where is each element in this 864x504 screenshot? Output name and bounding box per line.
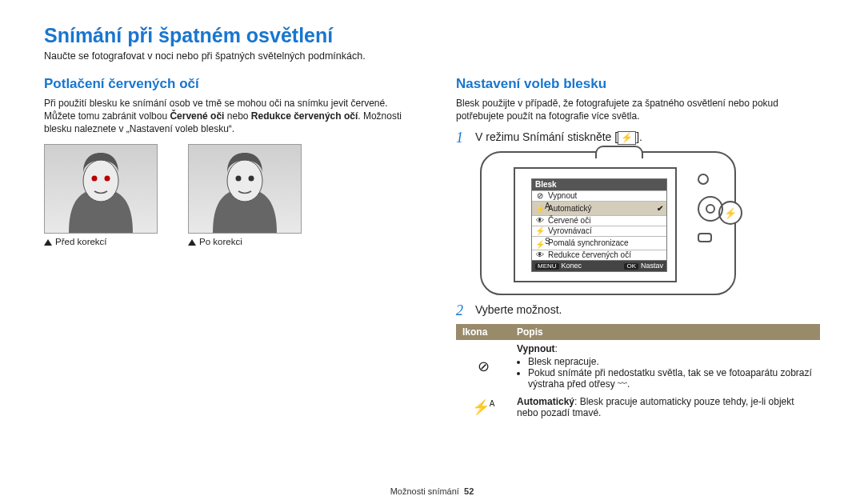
menu-item: ⚡SPomalá synchronizace	[532, 236, 666, 250]
row-desc: Vypnout:Blesk nepracuje.Pokud snímáte př…	[510, 340, 820, 393]
menu-item: 👁Redukce červených očí	[532, 250, 666, 260]
page-title: Snímání při špatném osvětlení	[44, 24, 820, 47]
face-after-image	[188, 144, 302, 234]
menu-item: ⚡AAutomatický✔	[532, 201, 666, 214]
face-before-image	[44, 144, 158, 234]
step-number: 2	[456, 303, 467, 318]
camera-side-buttons	[698, 174, 723, 242]
right-section-heading: Nastavení voleb blesku	[456, 76, 820, 92]
table-row: ⊘Vypnout:Blesk nepracuje.Pokud snímáte p…	[456, 340, 820, 393]
left-body-mid: nebo	[224, 110, 250, 122]
row-desc: Automatický: Blesk pracuje automaticky p…	[510, 393, 820, 422]
left-bold-2: Redukce červených očí	[251, 110, 358, 122]
menu-footer-left: Konec	[562, 262, 582, 270]
face-after-block: Po korekci	[188, 144, 300, 246]
left-section-body: Při použití blesku ke snímání osob ve tm…	[44, 97, 408, 136]
svg-point-4	[236, 175, 242, 181]
menu-title: Blesk	[532, 179, 666, 190]
face-after-caption: Po korekci	[188, 237, 300, 246]
row-icon: ⚡A	[456, 393, 510, 422]
intro-text: Naučte se fotografovat v noci nebo při š…	[44, 50, 820, 62]
camera-illustration: ⚡ Blesk ⊘Vypnout⚡AAutomatický✔👁Červené o…	[480, 151, 820, 295]
right-section-body: Blesk použijte v případě, že fotografuje…	[456, 97, 820, 122]
row-icon: ⊘	[456, 340, 510, 393]
menu-item: ⚡Vyrovnávací	[532, 226, 666, 236]
step-number: 1	[456, 130, 467, 145]
camera-screen: Blesk ⊘Vypnout⚡AAutomatický✔👁Červené oči…	[514, 167, 677, 282]
step-1: 1 V režimu Snímání stiskněte [⚡].	[456, 130, 820, 145]
svg-point-1	[92, 175, 98, 181]
triangle-icon	[44, 239, 52, 246]
menu-btn-left: MENU	[535, 263, 559, 270]
th-icon: Ikona	[456, 324, 510, 340]
menu-item: 👁Červené oči	[532, 215, 666, 226]
flash-icon: ⚡	[618, 131, 636, 144]
right-column: Nastavení voleb blesku Blesk použijte v …	[456, 76, 820, 422]
svg-point-0	[83, 160, 118, 202]
face-before-block: Před korekcí	[44, 144, 156, 246]
table-row: ⚡AAutomatický: Blesk pracuje automaticky…	[456, 393, 820, 422]
menu-btn-right: OK	[624, 263, 638, 270]
menu-footer: MENUKonec OKNastav	[532, 260, 666, 271]
page-footer: Možnosti snímání 52	[0, 486, 864, 496]
caption-before-text: Před korekcí	[55, 237, 107, 246]
menu-footer-right: Nastav	[641, 262, 663, 270]
face-comparison-row: Před korekcí Po korekci	[44, 144, 408, 246]
left-section-heading: Potlačení červených očí	[44, 76, 408, 92]
camera-menu: Blesk ⊘Vypnout⚡AAutomatický✔👁Červené oči…	[531, 178, 667, 272]
caption-after-text: Po korekci	[199, 237, 242, 246]
svg-point-2	[105, 175, 110, 181]
step-2: 2 Vyberte možnost.	[456, 303, 820, 318]
options-table: Ikona Popis ⊘Vypnout:Blesk nepracuje.Pok…	[456, 324, 820, 422]
step1-post: ].	[636, 130, 642, 143]
face-before-caption: Před korekcí	[44, 237, 156, 246]
left-column: Potlačení červených očí Při použití bles…	[44, 76, 408, 422]
step-2-text: Vyberte možnost.	[475, 303, 562, 318]
footer-page-number: 52	[464, 486, 474, 496]
left-bold-1: Červené oči	[170, 110, 224, 122]
step1-pre: V režimu Snímání stiskněte [	[475, 130, 618, 143]
steps: 1 V režimu Snímání stiskněte [⚡].	[456, 130, 820, 145]
menu-item: ⊘Vypnout	[532, 190, 666, 201]
step-1-text: V režimu Snímání stiskněte [⚡].	[475, 130, 642, 145]
footer-section: Možnosti snímání	[390, 486, 459, 496]
triangle-icon	[188, 239, 196, 246]
svg-point-5	[249, 175, 254, 181]
svg-point-3	[227, 160, 262, 202]
camera-zoom-lever	[595, 146, 643, 158]
th-desc: Popis	[510, 324, 820, 340]
